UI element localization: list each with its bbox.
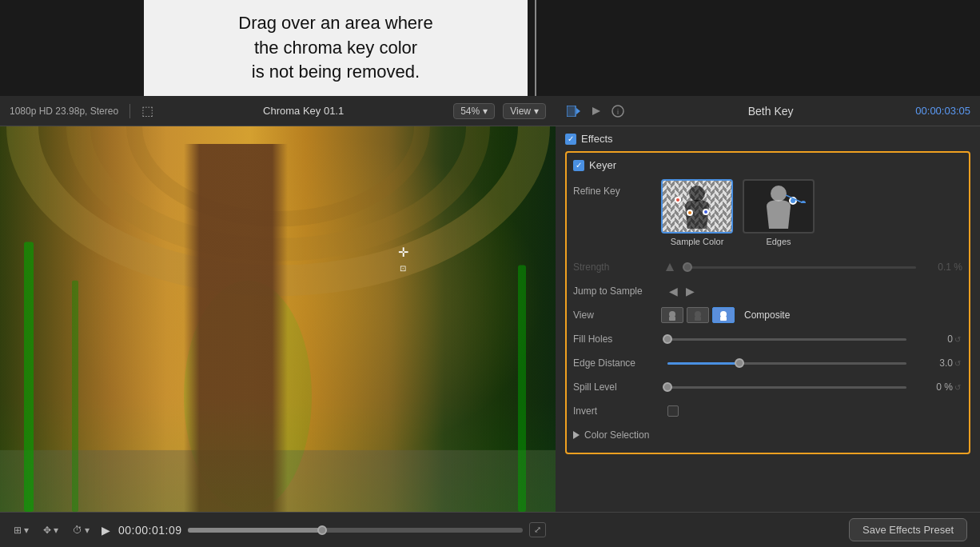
jump-next-button[interactable]: ▶ <box>684 285 696 297</box>
thumb-dots <box>663 181 731 232</box>
strength-row: Strength ! 0.1 % <box>573 256 962 278</box>
edge-distance-reset[interactable]: ↺ <box>953 359 962 368</box>
effects-section: ✓ Effects ✓ Keyer Refine Key <box>556 126 980 512</box>
video-icon-button[interactable] <box>565 104 583 118</box>
view-option-3[interactable] <box>712 307 735 323</box>
inspector-timecode: 00:00:03:05 <box>915 105 970 117</box>
video-toolbar: 1080p HD 23.98p, Stereo ⬚ Chroma Key 01.… <box>0 96 556 126</box>
effects-title: Effects <box>581 133 613 145</box>
video-preview-panel: 1080p HD 23.98p, Stereo ⬚ Chroma Key 01.… <box>0 96 556 547</box>
inspector-toolbar: i Beth Key 00:00:03:05 <box>556 96 980 126</box>
edge-distance-thumb[interactable] <box>735 358 744 368</box>
view-option-1[interactable] <box>661 307 683 323</box>
green-screen-overlay <box>0 126 556 512</box>
transform-tool-button[interactable]: ✥ ▾ <box>39 523 62 537</box>
spill-level-thumb[interactable] <box>663 382 672 392</box>
refine-key-row: Refine Key <box>573 179 962 246</box>
timeline-thumb[interactable] <box>317 525 327 535</box>
view-options: Composite <box>661 307 790 323</box>
dot-orange <box>687 210 693 216</box>
view-label: View <box>573 309 661 321</box>
sample-color-thumbnail[interactable] <box>661 179 733 234</box>
timecode-highlight: 3:05 <box>950 105 970 117</box>
tooltip-overlay: Drag over an area where the chroma key c… <box>144 0 528 96</box>
flag-icon-button[interactable] <box>589 104 604 118</box>
tooltip-line1: Drag over an area where <box>238 13 432 33</box>
edges-label: Edges <box>766 237 791 246</box>
save-effects-preset-button[interactable]: Save Effects Preset <box>849 518 967 541</box>
invert-checkbox[interactable] <box>667 405 679 417</box>
crop-tool-button[interactable]: ⊞ ▾ <box>10 523 33 537</box>
refine-key-options: Sample Color <box>661 179 815 246</box>
effects-header: ✓ Effects <box>565 133 970 145</box>
sample-color-label: Sample Color <box>671 237 724 246</box>
svg-point-20 <box>669 311 675 317</box>
spill-level-value: 0 % <box>913 381 953 393</box>
toolbar-divider <box>129 104 130 118</box>
strength-slider[interactable] <box>685 266 916 269</box>
clip-name-label: Chroma Key 01.1 <box>161 105 445 117</box>
playback-bar: ⊞ ▾ ✥ ▾ ⏱ ▾ ▶ 00:00:01:09 ⤢ <box>0 512 556 547</box>
spill-level-reset[interactable]: ↺ <box>953 383 962 392</box>
jump-to-sample-row: Jump to Sample ◀ ▶ <box>573 280 962 302</box>
edge-distance-row: Edge Distance 3.0 ↺ <box>573 352 962 374</box>
keyer-title: Keyer <box>589 159 616 171</box>
fill-holes-slider[interactable] <box>667 338 906 341</box>
sample-color-thumb-inner <box>663 181 731 232</box>
jump-prev-button[interactable]: ◀ <box>667 285 679 297</box>
play-button[interactable]: ▶ <box>100 522 112 538</box>
fill-holes-thumb[interactable] <box>663 334 672 344</box>
keyer-checkbox[interactable]: ✓ <box>573 160 584 171</box>
effects-checkbox[interactable]: ✓ <box>565 134 576 145</box>
timeline-scrubber[interactable] <box>188 528 523 533</box>
spill-level-slider[interactable] <box>667 386 906 389</box>
strength-warning-icon: ! <box>664 262 675 273</box>
strength-thumb[interactable] <box>683 262 692 272</box>
jump-to-sample-label: Jump to Sample <box>573 285 661 297</box>
edges-thumb-inner <box>744 181 813 232</box>
sample-color-option[interactable]: Sample Color <box>661 179 733 246</box>
svg-text:i: i <box>617 108 619 116</box>
refine-key-label: Refine Key <box>573 179 661 197</box>
fill-holes-value: 0 <box>913 333 953 345</box>
edge-distance-label: Edge Distance <box>573 357 661 369</box>
fill-holes-reset[interactable]: ↺ <box>953 335 962 344</box>
info-icon-button[interactable]: i <box>610 103 626 119</box>
view-dropdown[interactable]: View ▾ <box>503 103 546 119</box>
film-icon: ⬚ <box>141 103 153 118</box>
fill-holes-row: Fill Holes 0 ↺ <box>573 328 962 350</box>
dot-red <box>675 197 681 203</box>
resolution-label: 1080p HD 23.98p, Stereo <box>10 106 118 117</box>
chevron-down-icon-view: ▾ <box>534 106 539 117</box>
timeline-progress <box>188 528 321 533</box>
invert-row: Invert <box>573 400 962 422</box>
expand-icon <box>573 431 580 439</box>
fullscreen-button[interactable]: ⤢ <box>529 522 546 537</box>
view-option-2[interactable] <box>687 307 709 323</box>
color-selection-row[interactable]: Color Selection <box>573 424 962 446</box>
inspector-clip-title: Beth Key <box>626 105 915 118</box>
svg-point-22 <box>695 311 701 317</box>
panel-icon-group: i <box>565 103 626 119</box>
invert-label: Invert <box>573 405 661 417</box>
svg-rect-21 <box>669 317 675 321</box>
view-label: View <box>510 106 531 117</box>
crop-chevron: ▾ <box>24 525 29 536</box>
keyer-box: ✓ Keyer Refine Key <box>565 151 970 454</box>
jump-arrows: ◀ ▶ <box>667 285 696 297</box>
edge-distance-slider[interactable] <box>667 362 906 365</box>
svg-marker-10 <box>576 108 580 114</box>
timecode-display: 00:00:01:09 <box>118 524 181 537</box>
video-canvas[interactable]: ✛⊡ <box>0 126 556 512</box>
transform-chevron: ▾ <box>54 525 58 536</box>
edges-thumbnail[interactable] <box>743 179 815 234</box>
view-row: View <box>573 304 962 326</box>
tooltip-line-indicator <box>535 0 536 96</box>
strength-label: Strength <box>573 262 661 273</box>
bottom-right-bar: Save Effects Preset <box>556 512 980 547</box>
speed-tool-button[interactable]: ⏱ ▾ <box>69 523 94 537</box>
zoom-dropdown[interactable]: 54% ▾ <box>453 103 495 119</box>
edge-distance-value: 3.0 <box>913 357 953 369</box>
svg-rect-23 <box>695 317 701 321</box>
edges-option[interactable]: Edges <box>743 179 815 246</box>
